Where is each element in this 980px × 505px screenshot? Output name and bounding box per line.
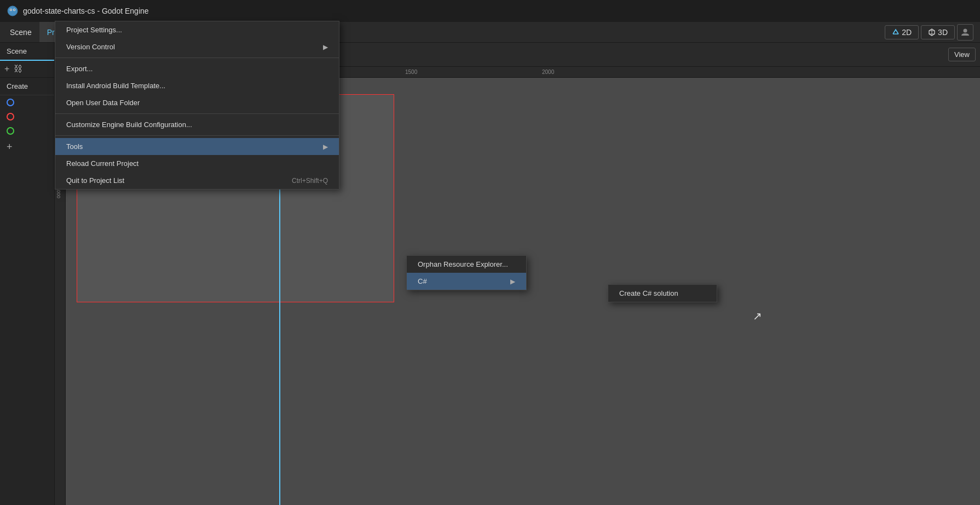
node-circle-blue [7, 99, 14, 106]
node-item-1[interactable] [0, 95, 54, 110]
node-item-2[interactable] [0, 110, 54, 124]
menu-version-control[interactable]: Version Control ▶ [55, 38, 339, 55]
menu-open-user-data[interactable]: Open User Data Folder [55, 94, 339, 111]
sep-2 [55, 113, 339, 114]
btn-3d-label: 3D [938, 28, 948, 37]
menu-scene[interactable]: Scene [2, 22, 39, 42]
profile-btn[interactable] [957, 24, 973, 41]
view-btn[interactable]: View [948, 48, 976, 61]
tools-arrow: ▶ [323, 143, 328, 151]
btn-2d[interactable]: 2D [885, 25, 919, 39]
title-text: godot-state-charts-cs - Godot Engine [23, 7, 149, 15]
create-label: Create [0, 78, 54, 95]
add-scene-btn[interactable]: + [0, 138, 54, 156]
svg-point-3 [10, 9, 11, 10]
create-csharp-solution[interactable]: Create C# solution [608, 285, 717, 302]
svg-point-4 [14, 9, 15, 10]
scene-controls: + ⛓ [0, 61, 54, 78]
project-menu: Project Settings... Version Control ▶ Ex… [55, 21, 339, 190]
ruler-mark-1500: 1500 [405, 69, 417, 75]
csharp-submenu: Create C# solution [608, 284, 717, 302]
scene-tab[interactable]: Scene [0, 43, 54, 61]
csharp-arrow: ▶ [510, 278, 515, 285]
btn-3d[interactable]: 3D [921, 25, 955, 39]
menu-tools[interactable]: Tools ▶ [55, 138, 339, 155]
sep-3 [55, 135, 339, 136]
menu-reload-project[interactable]: Reload Current Project [55, 155, 339, 172]
node-circle-green [7, 127, 14, 135]
ruler-mark-2000: 2000 [542, 69, 554, 75]
node-circle-red [7, 113, 14, 120]
svg-point-5 [964, 28, 967, 32]
btn-2d-label: 2D [902, 28, 912, 37]
title-bar: godot-state-charts-cs - Godot Engine [0, 0, 980, 22]
tools-orphan-explorer[interactable]: Orphan Resource Explorer... [407, 256, 526, 273]
menu-project-settings[interactable]: Project Settings... [55, 21, 339, 38]
sep-1 [55, 58, 339, 58]
svg-point-0 [8, 6, 18, 16]
link-btn[interactable]: ⛓ [14, 64, 22, 74]
left-panel: Scene + ⛓ Create + [0, 43, 55, 505]
tools-csharp[interactable]: C# ▶ [407, 273, 526, 290]
node-item-3[interactable] [0, 124, 54, 138]
menu-install-android[interactable]: Install Android Build Template... [55, 77, 339, 94]
godot-icon [7, 5, 19, 17]
tools-submenu: Orphan Resource Explorer... C# ▶ [406, 255, 527, 290]
menu-quit-project-list[interactable]: Quit to Project List Ctrl+Shift+Q [55, 172, 339, 189]
version-control-arrow: ▶ [323, 43, 328, 51]
quit-shortcut: Ctrl+Shift+Q [292, 177, 328, 185]
add-node-btn[interactable]: + [4, 64, 9, 74]
menu-customize-engine[interactable]: Customize Engine Build Configuration... [55, 116, 339, 133]
menu-export[interactable]: Export... [55, 60, 339, 77]
menu-bar-right: 2D 3D [885, 22, 978, 42]
